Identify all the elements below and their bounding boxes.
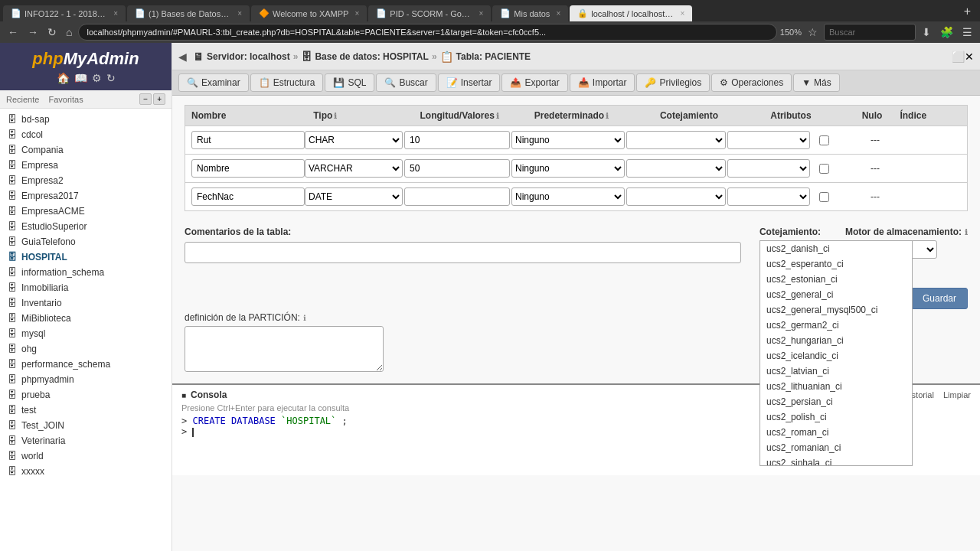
pma-refresh-icon[interactable]: ↻ (106, 72, 116, 84)
recent-label[interactable]: Reciente (6, 95, 39, 104)
field-null-checkbox-1[interactable] (819, 164, 829, 174)
browser-tab-tab4[interactable]: 📄PID - SCORM - Google Docs× (368, 5, 491, 21)
sidebar-item-estudiosuperior[interactable]: 🗄EstudioSuperior (0, 219, 172, 234)
tab-close-tab1[interactable]: × (113, 9, 118, 18)
action-tab-privilegios[interactable]: 🔑Privilegios (636, 73, 710, 92)
sidebar-item-bd-sap[interactable]: 🗄bd-sap (0, 112, 172, 127)
field-attr-select-1[interactable] (727, 159, 810, 178)
sidebar-item-compania[interactable]: 🗄Compania (0, 142, 172, 158)
sidebar-item-veterinaria[interactable]: 🗄Veterinaria (0, 433, 172, 448)
tab-close-tab2[interactable]: × (237, 9, 242, 18)
sidebar-item-test_join[interactable]: 🗄Test_JOIN (0, 418, 172, 433)
partition-textarea[interactable] (185, 326, 384, 372)
field-default-select-1[interactable]: NingunoComo se define:NULLCURRENT_TIMEST… (511, 159, 625, 178)
cotejamiento-option-3[interactable]: ucs2_general_ci (760, 287, 912, 302)
sidebar-item-inventario[interactable]: 🗄Inventario (0, 295, 172, 311)
cotejamiento-option-13[interactable]: ucs2_romanian_ci (760, 440, 912, 455)
cotejamiento-option-5[interactable]: ucs2_german2_ci (760, 318, 912, 333)
tab-close-tab3[interactable]: × (354, 9, 359, 18)
field-length-input-0[interactable] (404, 131, 510, 149)
maximize-button[interactable]: ⬜ (952, 51, 965, 63)
cotejamiento-dropdown[interactable]: ucs2_danish_ciucs2_esperanto_ciucs2_esto… (760, 240, 913, 466)
extensions-button[interactable]: 🧩 (937, 24, 956, 40)
field-collation-select-1[interactable] (626, 159, 726, 178)
action-tab-insertar[interactable]: 📝Insertar (438, 73, 501, 92)
field-name-input-0[interactable] (191, 131, 305, 149)
close-panel-button[interactable]: ✕ (965, 51, 974, 63)
field-type-select-0[interactable]: INTVARCHARCHARDATEDATETIMETEXTFLOATDOUBL… (305, 131, 403, 149)
new-tab-button[interactable]: + (958, 2, 977, 21)
sidebar-item-empresa2[interactable]: 🗄Empresa2 (0, 173, 172, 188)
sidebar-item-cdcol[interactable]: 🗄cdcol (0, 127, 172, 142)
cotejamiento-option-7[interactable]: ucs2_icelandic_ci (760, 348, 912, 364)
action-tab-sql[interactable]: 💾SQL (325, 73, 374, 92)
field-attr-select-0[interactable] (727, 131, 810, 149)
cotejamiento-option-6[interactable]: ucs2_hungarian_ci (760, 333, 912, 348)
sidebar-item-inmobiliaria[interactable]: 🗄Inmobiliaria (0, 280, 172, 295)
cotejamiento-option-4[interactable]: ucs2_general_mysql500_ci (760, 302, 912, 318)
browser-tab-tab1[interactable]: 📄INFO122 - 1 - 2018 · 1t: Labor...× (3, 5, 126, 21)
browser-search-input[interactable] (824, 24, 916, 41)
home-button[interactable]: ⌂ (63, 24, 75, 40)
sidebar-item-empresa[interactable]: 🗄Empresa (0, 158, 172, 173)
field-type-select-1[interactable]: INTVARCHARCHARDATEDATETIMETEXTFLOATDOUBL… (305, 159, 403, 178)
sidebar-item-performance_schema[interactable]: 🗄performance_schema (0, 357, 172, 372)
sidebar-item-mysql[interactable]: 🗄mysql (0, 326, 172, 341)
sidebar-item-guiatelefono[interactable]: 🗄GuiaTelefono (0, 234, 172, 249)
action-tab-buscar[interactable]: 🔍Buscar (376, 73, 436, 92)
cotejamiento-option-9[interactable]: ucs2_lithuanian_ci (760, 379, 912, 394)
sidebar-item-prueba[interactable]: 🗄prueba (0, 387, 172, 403)
field-null-checkbox-0[interactable] (819, 135, 829, 145)
field-default-select-2[interactable]: NingunoComo se define:NULLCURRENT_TIMEST… (511, 187, 625, 206)
sidebar-item-empresaacme[interactable]: 🗄EmpresaACME (0, 204, 172, 219)
action-tab-operaciones[interactable]: ⚙Operaciones (711, 73, 792, 92)
expand-all-button[interactable]: + (153, 93, 165, 105)
sidebar-item-empresa2017[interactable]: 🗄Empresa2017 (0, 188, 172, 204)
pma-settings-icon[interactable]: ⚙ (92, 72, 102, 84)
browser-tab-tab6[interactable]: 🔒localhost / localhost / HOSPITA...× (570, 5, 692, 21)
field-collation-select-2[interactable] (626, 187, 726, 206)
field-length-input-1[interactable] (404, 159, 510, 178)
action-tab-mas[interactable]: ▼Más (793, 73, 840, 92)
field-collation-select-0[interactable] (626, 131, 726, 149)
pma-home-icon[interactable]: 🏠 (57, 72, 70, 84)
action-tab-exportar[interactable]: 📤Exportar (501, 73, 567, 92)
sidebar-item-information_schema[interactable]: 🗄information_schema (0, 265, 172, 280)
collapse-all-button[interactable]: − (139, 93, 152, 105)
field-default-select-0[interactable]: NingunoComo se define:NULLCURRENT_TIMEST… (511, 131, 625, 149)
field-attr-select-2[interactable] (727, 187, 810, 206)
pma-docs-icon[interactable]: 📖 (74, 72, 87, 84)
address-bar[interactable] (78, 24, 776, 41)
cotejamiento-option-2[interactable]: ucs2_estonian_ci (760, 272, 912, 287)
cotejamiento-option-12[interactable]: ucs2_roman_ci (760, 425, 912, 440)
cotejamiento-option-1[interactable]: ucs2_esperanto_ci (760, 256, 912, 272)
sidebar-item-phpmyadmin[interactable]: 🗄phpmyadmin (0, 372, 172, 387)
sidebar-item-hospital[interactable]: 🗄HOSPITAL (0, 249, 172, 265)
tab-close-tab6[interactable]: × (680, 9, 684, 18)
sidebar-item-world[interactable]: 🗄world (0, 448, 172, 464)
forward-button[interactable]: → (24, 24, 41, 40)
cotejamiento-option-11[interactable]: ucs2_polish_ci (760, 409, 912, 425)
action-tab-estructura[interactable]: 📋Estructura (250, 73, 324, 92)
tab-close-tab5[interactable]: × (556, 9, 560, 18)
field-name-input-2[interactable] (191, 187, 305, 206)
console-action-limpiar[interactable]: Limpiar (943, 390, 971, 399)
download-button[interactable]: ⬇ (919, 24, 934, 40)
sidebar-toggle-button[interactable]: ◀ (178, 51, 187, 63)
favorites-label[interactable]: Favoritas (48, 95, 83, 104)
action-tab-examinar[interactable]: 🔍Examinar (178, 73, 249, 92)
sidebar-item-ohg[interactable]: 🗄ohg (0, 341, 172, 357)
comentarios-input[interactable] (185, 242, 741, 263)
browser-tab-tab3[interactable]: 🔶Welcome to XAMPP× (251, 5, 367, 21)
cotejamiento-option-8[interactable]: ucs2_latvian_ci (760, 364, 912, 379)
browser-tab-tab2[interactable]: 📄(1) Bases de Datos 1-2018× (127, 5, 250, 21)
cotejamiento-option-0[interactable]: ucs2_danish_ci (760, 241, 912, 256)
field-length-input-2[interactable] (404, 187, 510, 206)
menu-button[interactable]: ☰ (959, 24, 975, 40)
sidebar-item-test[interactable]: 🗄test (0, 403, 172, 418)
save-button[interactable]: Guardar (911, 288, 968, 309)
action-tab-importar[interactable]: 📥Importar (570, 73, 635, 92)
reload-button[interactable]: ↻ (44, 24, 60, 40)
browser-tab-tab5[interactable]: 📄Mis datos× (492, 5, 568, 21)
bookmark-button[interactable]: ☆ (805, 24, 821, 40)
